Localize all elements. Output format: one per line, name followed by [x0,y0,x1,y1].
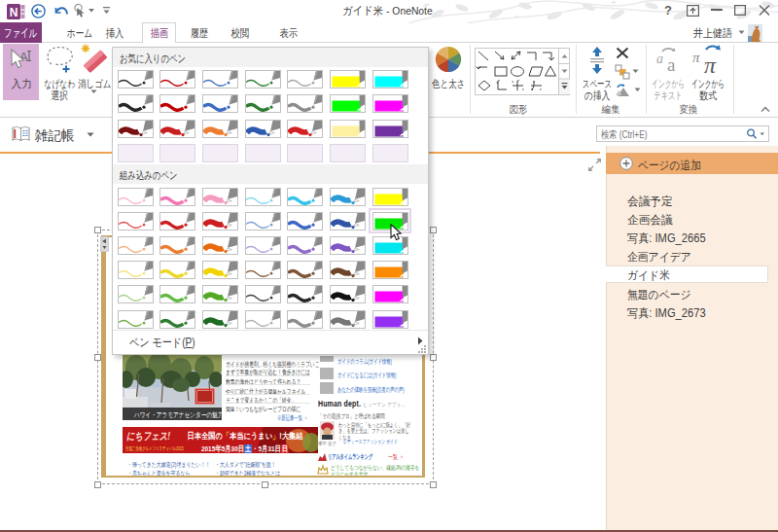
svg-text:π: π [704,53,717,75]
svg-text:a: a [656,52,663,66]
svg-text:π: π [692,50,700,65]
svg-text:a: a [667,54,676,75]
svg-text:N: N [10,6,18,19]
svg-text:A: A [19,50,28,64]
